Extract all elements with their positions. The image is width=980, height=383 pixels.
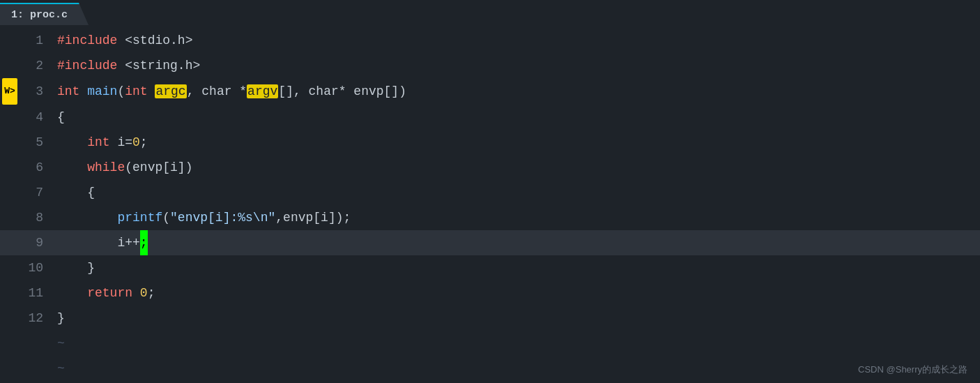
code-line-10: 10 } bbox=[0, 255, 980, 280]
line-content-7: { bbox=[52, 180, 980, 205]
code-line-5: 5 int i=0; bbox=[0, 130, 980, 155]
line-content-2: #include <string.h> bbox=[52, 53, 980, 78]
code-line-3: W> 3 int main(int argc, char *argv[], ch… bbox=[0, 78, 980, 105]
line-content-11: return 0; bbox=[52, 280, 980, 306]
watermark: CSDN @Sherry的成长之路 bbox=[858, 363, 967, 376]
code-line-1: 1 #include <stdio.h> bbox=[0, 28, 980, 53]
editor-container: 1: proc.c 1 #include <stdio.h> 2 #includ… bbox=[0, 0, 980, 383]
tilde-line-1: ~ bbox=[0, 331, 980, 356]
line-content-8: printf("envp[i]:%s\n",envp[i]); bbox=[52, 205, 980, 230]
line-content-12: } bbox=[52, 306, 980, 331]
line-num-5: 5 bbox=[20, 130, 52, 155]
code-line-12: 12 } bbox=[0, 306, 980, 331]
line-num-7: 7 bbox=[20, 180, 52, 205]
gutter-3: W> bbox=[0, 78, 20, 105]
line-num-9: 9 bbox=[20, 230, 52, 255]
line-num-2: 2 bbox=[20, 53, 52, 78]
line-content-3: int main(int argc, char *argv[], char* e… bbox=[52, 79, 980, 104]
line-num-3: 3 bbox=[20, 79, 52, 104]
code-line-7: 7 { bbox=[0, 180, 980, 205]
code-line-4: 4 { bbox=[0, 105, 980, 130]
line-num-4: 4 bbox=[20, 105, 52, 130]
tilde-line-2: ~ bbox=[0, 356, 980, 381]
tab-bar: 1: proc.c bbox=[0, 0, 980, 25]
tilde-content-1: ~ bbox=[52, 331, 980, 356]
line-content-5: int i=0; bbox=[52, 130, 980, 155]
line-num-6: 6 bbox=[20, 155, 52, 180]
line-content-9: i++; bbox=[52, 230, 980, 255]
line-num-10: 10 bbox=[20, 255, 52, 280]
tilde-content-2: ~ bbox=[52, 356, 980, 381]
line-content-4: { bbox=[52, 105, 980, 130]
line-content-6: while(envp[i]) bbox=[52, 155, 980, 180]
line-num-12: 12 bbox=[20, 306, 52, 331]
line-content-10: } bbox=[52, 255, 980, 280]
code-line-8: 8 printf("envp[i]:%s\n",envp[i]); bbox=[0, 205, 980, 230]
code-line-9: 9 i++; bbox=[0, 230, 980, 255]
warning-marker: W> bbox=[2, 78, 17, 105]
line-content-1: #include <stdio.h> bbox=[52, 28, 980, 53]
line-num-8: 8 bbox=[20, 205, 52, 230]
code-area: 1 #include <stdio.h> 2 #include <string.… bbox=[0, 25, 980, 383]
active-tab[interactable]: 1: proc.c bbox=[0, 3, 89, 25]
line-num-1: 1 bbox=[20, 28, 52, 53]
code-line-2: 2 #include <string.h> bbox=[0, 53, 980, 78]
line-num-11: 11 bbox=[20, 280, 52, 306]
code-line-11: 11 return 0; bbox=[0, 280, 980, 306]
code-line-6: 6 while(envp[i]) bbox=[0, 155, 980, 180]
tab-label: 1: proc.c bbox=[11, 9, 68, 21]
